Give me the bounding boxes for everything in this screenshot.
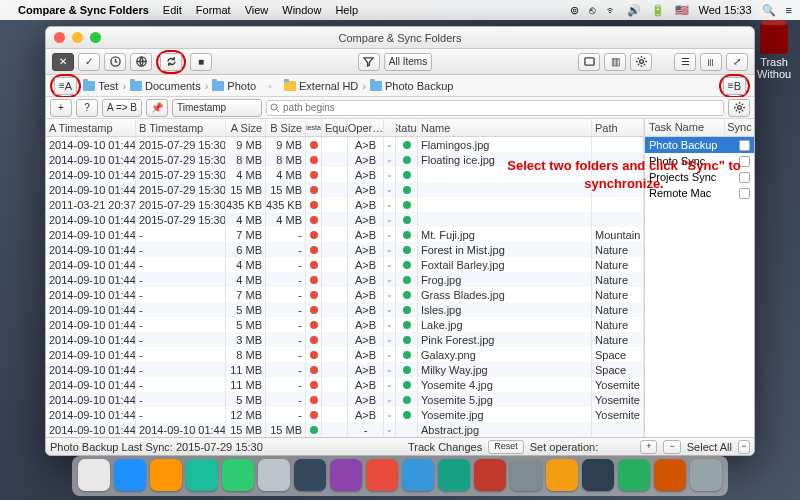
b-list-button[interactable]: ≡ B [723, 77, 746, 95]
dock-app[interactable] [330, 459, 362, 491]
input-icon[interactable]: 🇺🇸 [675, 4, 689, 17]
sort-dropdown[interactable]: Timestamp [172, 99, 262, 117]
cancel-button[interactable]: ✕ [52, 53, 74, 71]
dock-app[interactable] [114, 459, 146, 491]
chevron-down-icon[interactable]: ⌄ [386, 305, 393, 314]
chevron-down-icon[interactable]: ⌄ [386, 275, 393, 284]
menubar-help[interactable]: Help [335, 4, 358, 16]
table-row[interactable]: 2014-09-10 01:44:412015-07-29 15:30:379 … [46, 137, 644, 152]
path-a-seg-3[interactable]: Photo [212, 80, 256, 92]
direction-dropdown[interactable]: A => B [102, 99, 142, 117]
dock-app[interactable] [438, 459, 470, 491]
col-status[interactable]: Status [396, 119, 418, 136]
dock-app[interactable] [186, 459, 218, 491]
reset-button[interactable]: Reset [488, 440, 524, 454]
notification-icon[interactable]: ≡ [786, 4, 792, 16]
status-icon[interactable]: ⊚ [570, 4, 579, 17]
preview-button[interactable] [578, 53, 600, 71]
desktop-trash[interactable]: Trash Withou [754, 24, 794, 80]
task-checkbox[interactable] [739, 156, 750, 167]
status-icon[interactable]: ⎋ [589, 4, 596, 16]
table-row[interactable]: 2014-09-10 01:44:42-7 MB-A>B⌄Mt. Fuji.jp… [46, 227, 644, 242]
chevron-down-icon[interactable]: ⌄ [386, 425, 393, 434]
table-row[interactable]: 2014-09-10 01:44:42-5 MB-A>B⌄Isles.jpgNa… [46, 302, 644, 317]
col-operation[interactable]: Oper… [348, 119, 384, 136]
col-path[interactable]: Path [592, 119, 644, 136]
window-titlebar[interactable]: Compare & Sync Folders [46, 27, 754, 49]
chevron-down-icon[interactable]: ⌄ [386, 155, 393, 164]
sidebar-header[interactable]: Task Name Sync [645, 119, 754, 137]
table-row[interactable]: 2011-03-21 20:37:592015-07-29 15:30:3743… [46, 197, 644, 212]
chevron-down-icon[interactable]: ⌄ [386, 380, 393, 389]
confirm-button[interactable]: ✓ [78, 53, 100, 71]
add-button[interactable]: + [50, 99, 72, 117]
menubar-view[interactable]: View [245, 4, 269, 16]
stop-button[interactable]: ■ [190, 53, 212, 71]
dock-app[interactable] [510, 459, 542, 491]
table-row[interactable]: 2014-09-10 01:44:412014-09-10 01:44:4115… [46, 422, 644, 437]
remove-task-button[interactable]: − [663, 440, 680, 454]
path-a-seg-2[interactable]: Documents [130, 80, 201, 92]
dock-app[interactable] [258, 459, 290, 491]
globe-button[interactable] [130, 53, 152, 71]
dock-app[interactable] [294, 459, 326, 491]
chevron-down-icon[interactable]: ⌄ [386, 215, 393, 224]
table-row[interactable]: 2014-09-10 01:44:43-12 MB-A>B⌄Yosemite.j… [46, 407, 644, 422]
dock-app[interactable] [582, 459, 614, 491]
path-a-seg-1[interactable]: Test [83, 80, 118, 92]
info-button[interactable]: ? [76, 99, 98, 117]
chevron-down-icon[interactable]: ⌄ [386, 245, 393, 254]
dock-app[interactable] [78, 459, 110, 491]
chevron-down-icon[interactable]: ⌄ [386, 410, 393, 419]
view-columns-button[interactable]: ⫼ [700, 53, 722, 71]
dock-app[interactable] [366, 459, 398, 491]
a-list-button[interactable]: ≡ A [54, 77, 77, 95]
chevron-down-icon[interactable]: ⌄ [386, 230, 393, 239]
dock-app[interactable] [546, 459, 578, 491]
col-equal[interactable]: Equal [322, 119, 348, 136]
all-items-dropdown[interactable]: All Items [384, 53, 432, 71]
sidebar-col-task[interactable]: Task Name [645, 119, 724, 136]
columns-button[interactable]: ▥ [604, 53, 626, 71]
table-row[interactable]: 2014-09-10 01:44:42-8 MB-A>B⌄Galaxy.pngS… [46, 347, 644, 362]
dock-app[interactable] [474, 459, 506, 491]
settings-button[interactable] [630, 53, 652, 71]
task-item[interactable]: Projects Sync [645, 169, 754, 185]
chevron-down-icon[interactable]: ⌄ [386, 260, 393, 269]
col-b-timestamp[interactable]: B Timestamp [136, 119, 226, 136]
table-row[interactable]: 2014-09-10 01:44:42-4 MB-A>B⌄Foxtail Bar… [46, 257, 644, 272]
dock-app[interactable] [690, 459, 722, 491]
chevron-down-icon[interactable]: ⌄ [386, 290, 393, 299]
col-timestamp[interactable]: Timestamp [306, 119, 322, 136]
dock-app[interactable] [402, 459, 434, 491]
battery-icon[interactable]: 🔋 [651, 4, 665, 17]
close-button[interactable] [54, 32, 65, 43]
path-b-root[interactable]: External HD [284, 80, 358, 92]
zoom-button[interactable] [90, 32, 101, 43]
dock-app[interactable] [150, 459, 182, 491]
sidebar-col-sync[interactable]: Sync [724, 119, 754, 136]
chevron-down-icon[interactable]: ⌄ [386, 335, 393, 344]
chevron-down-icon[interactable]: ⌄ [386, 185, 393, 194]
dock-app[interactable] [654, 459, 686, 491]
task-item[interactable]: Photo Backup [645, 137, 754, 153]
chevron-down-icon[interactable]: ⌄ [386, 365, 393, 374]
task-checkbox[interactable] [739, 172, 750, 183]
task-checkbox[interactable] [739, 188, 750, 199]
path-b-seg-1[interactable]: Photo Backup [370, 80, 454, 92]
filter-button[interactable] [358, 53, 380, 71]
table-row[interactable]: 2014-09-10 01:44:42-4 MB-A>B⌄Frog.jpgNat… [46, 272, 644, 287]
menubar-window[interactable]: Window [282, 4, 321, 16]
wifi-icon[interactable]: ᯤ [606, 4, 617, 16]
menubar-edit[interactable]: Edit [163, 4, 182, 16]
col-a-timestamp[interactable]: A Timestamp [46, 119, 136, 136]
task-item[interactable]: Photo Sync [645, 153, 754, 169]
menubar-app[interactable]: Compare & Sync Folders [18, 4, 149, 16]
table-body[interactable]: 2014-09-10 01:44:412015-07-29 15:30:379 … [46, 137, 644, 437]
clock-button[interactable] [104, 53, 126, 71]
table-row[interactable]: 2014-09-10 01:44:43-3 MB-A>B⌄Pink Forest… [46, 332, 644, 347]
col-b-size[interactable]: B Size [266, 119, 306, 136]
table-row[interactable]: 2014-09-10 01:44:422015-07-29 15:30:378 … [46, 152, 644, 167]
chevron-down-icon[interactable]: ⌄ [386, 140, 393, 149]
add-task-button[interactable]: + [640, 440, 657, 454]
